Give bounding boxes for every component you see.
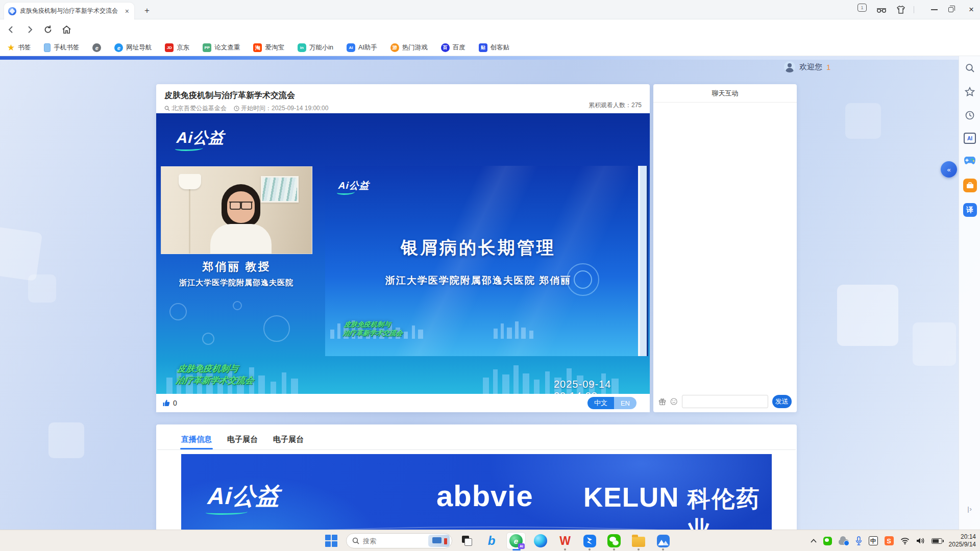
rail-favorites-star-icon[interactable] — [959, 87, 980, 96]
tray-clock[interactable]: 20:14 2025/9/14 — [949, 533, 976, 548]
tray-chevron-up-icon[interactable] — [811, 539, 817, 543]
bookmark-wanneng-xiaoin[interactable]: in万能小in — [298, 43, 333, 52]
like-button[interactable]: 0 — [162, 399, 177, 407]
stream-watermark: 皮肤免疫机制与 治疗革新学术交流会 — [175, 363, 256, 386]
jd-icon: JD — [165, 43, 174, 52]
search-icon — [352, 537, 359, 544]
pp-icon: PP — [203, 43, 211, 52]
chat-panel: 聊天互动 发送 — [653, 84, 797, 412]
sponsor-banner[interactable]: Ai公益 abbvie KELUN 科伦药业 — [181, 454, 772, 530]
chat-input[interactable] — [682, 395, 768, 408]
tray-wechat-icon[interactable] — [823, 537, 832, 545]
taskbar-search-input[interactable] — [363, 537, 425, 545]
file-explorer-icon[interactable] — [629, 532, 648, 549]
rail-history-clock-icon[interactable] — [959, 110, 980, 120]
tab-close-icon[interactable]: × — [124, 7, 130, 15]
chat-input-bar: 发送 — [653, 391, 797, 412]
browser-e-icon: e — [92, 43, 101, 52]
tray-wifi-icon[interactable] — [900, 537, 910, 544]
ai-chat-icon: AI — [347, 43, 355, 52]
home-icon[interactable] — [60, 23, 72, 36]
tray-microphone-icon[interactable] — [855, 536, 862, 545]
live-video-card: 皮肤免疫机制与治疗革新学术交流会 北京吾爱公益基金会 开始时间：2025-09-… — [156, 84, 650, 412]
tray-battery-icon[interactable] — [932, 538, 942, 544]
emoji-icon[interactable] — [670, 397, 677, 406]
edge-app-icon[interactable] — [531, 532, 550, 549]
theme-shirt-icon[interactable] — [894, 4, 908, 16]
incognito-glasses-icon[interactable] — [875, 4, 888, 16]
restore-button[interactable] — [948, 4, 953, 16]
chat-message-list[interactable] — [653, 103, 797, 391]
rail-search-icon[interactable] — [959, 63, 980, 73]
bookmark-chuangketie[interactable]: 贴创客贴 — [479, 43, 510, 52]
bookmark-aitaobao[interactable]: 淘爱淘宝 — [253, 43, 284, 52]
rail-ai-icon[interactable]: AI — [959, 133, 980, 144]
tray-ime-icon[interactable]: 中 — [869, 536, 878, 545]
lang-en-button[interactable]: EN — [614, 397, 636, 409]
send-button[interactable]: 发送 — [772, 395, 792, 408]
tray-volume-icon[interactable] — [916, 537, 925, 544]
kelun-logo: KELUN 科伦药业 — [583, 482, 772, 530]
bookmark-shouji-shuqian[interactable]: 手机书签 — [44, 43, 79, 52]
start-button[interactable] — [322, 532, 341, 549]
bookmark-ai-zhushou[interactable]: AIAI助手 — [347, 43, 377, 52]
banner-aigongyi-logo: Ai公益 — [207, 481, 281, 512]
tab-expo-1[interactable]: 电子展台 — [227, 435, 258, 449]
rail-games-gamepad-icon[interactable] — [959, 156, 980, 165]
rail-collapse-handle[interactable]: « — [941, 161, 957, 178]
bing-app-icon[interactable]: b — [482, 532, 501, 549]
tab-expo-2[interactable]: 电子展台 — [273, 435, 304, 449]
decor-square — [0, 227, 42, 281]
speaker-name: 郑俏丽 教授 — [161, 259, 312, 274]
cell-decor — [263, 315, 290, 342]
task-view-button[interactable] — [457, 532, 477, 549]
search-highlight-image[interactable] — [428, 535, 450, 547]
bookmark-baidu[interactable]: 百百度 — [441, 43, 465, 52]
wall-art-decor — [261, 176, 299, 203]
gift-icon[interactable] — [658, 397, 666, 407]
tray-sogou-icon[interactable]: S — [885, 536, 894, 545]
new-tab-button[interactable]: + — [141, 5, 153, 17]
thumbs-up-icon — [162, 399, 170, 407]
bookmark-wangzhi-daohang[interactable]: e网址导航 — [114, 43, 152, 52]
taskbar-search[interactable] — [346, 533, 452, 548]
org-magnifier-icon — [164, 106, 170, 111]
clock-date: 2025/9/14 — [949, 541, 976, 548]
reload-icon[interactable] — [42, 23, 54, 36]
user-avatar[interactable] — [784, 61, 795, 72]
game-icon: 游 — [390, 43, 399, 52]
wps-app-icon[interactable]: W — [555, 532, 575, 549]
rail-translate-icon[interactable]: 译 — [959, 203, 980, 217]
viewer-count: 累积观看人数：275 — [589, 101, 642, 110]
lang-zh-button[interactable]: 中文 — [587, 397, 614, 409]
bookmark-gray-e[interactable]: e — [92, 43, 101, 52]
tab-count-icon[interactable]: 1 — [857, 4, 867, 12]
thunder-app-icon[interactable] — [580, 532, 599, 549]
browser-tab[interactable]: 皮肤免疫机制与治疗革新学术交流会 × — [4, 3, 134, 19]
decor-square — [28, 274, 56, 303]
close-window-button[interactable]: × — [967, 4, 976, 16]
bookmark-remen-youxi[interactable]: 游热门游戏 — [390, 43, 428, 52]
bookmark-lunwen-chachong[interactable]: PP论文查重 — [203, 43, 240, 52]
rail-expand-button[interactable]: |› — [959, 505, 980, 513]
live-header: 皮肤免疫机制与治疗革新学术交流会 北京吾爱公益基金会 开始时间：2025-09-… — [156, 84, 650, 113]
mountain-app-icon[interactable] — [653, 532, 673, 549]
tray-cloud-icon[interactable] — [839, 537, 849, 545]
language-toggle[interactable]: 中文 EN — [587, 397, 636, 409]
bookmark-shuqian[interactable]: ★书签 — [7, 43, 31, 52]
clock-icon — [234, 106, 239, 111]
wechat-app-icon[interactable] — [604, 532, 624, 549]
cell-decor — [202, 333, 214, 345]
tab-live-info[interactable]: 直播信息 — [181, 435, 212, 449]
video-stream[interactable]: Ai公益 郑俏丽 教授 浙江大学医学院附属邵逸夫医院 — [156, 113, 650, 394]
minimize-button[interactable] — [930, 4, 938, 16]
back-icon[interactable] — [5, 23, 17, 36]
chat-title: 聊天互动 — [653, 84, 797, 103]
bookmark-jd[interactable]: JD京东 — [165, 43, 189, 52]
like-count: 0 — [173, 399, 177, 407]
bookmarks-bar: ★书签 手机书签 e e网址导航 JD京东 PP论文查重 淘爱淘宝 in万能小i… — [0, 40, 980, 56]
forward-icon[interactable] — [23, 23, 36, 36]
browser-360ai-app-icon[interactable]: eAI — [506, 532, 526, 549]
clock-time: 20:14 — [949, 533, 976, 541]
rail-toolbox-briefcase-icon[interactable] — [959, 179, 980, 192]
